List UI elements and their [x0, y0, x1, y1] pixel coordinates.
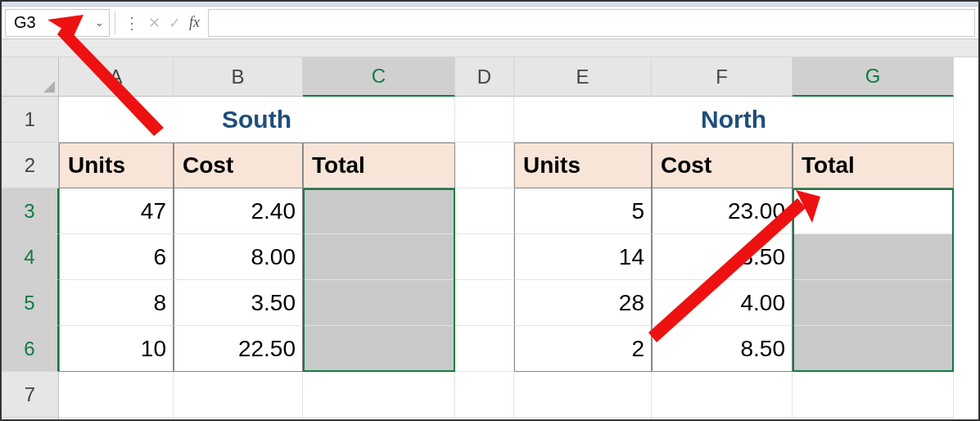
cell-C8[interactable] — [303, 418, 455, 421]
chevron-down-icon[interactable]: ⌄ — [95, 16, 104, 29]
row-header-1[interactable]: 1 — [2, 97, 59, 143]
cell-E6[interactable]: 2 — [514, 326, 652, 372]
worksheet-grid[interactable]: A B C D E F G 1 South North 2 Units Cost… — [2, 57, 978, 421]
enter-icon[interactable]: ✓ — [169, 14, 181, 32]
col-header-C[interactable]: C — [303, 57, 455, 97]
cell-D8[interactable] — [455, 418, 514, 421]
cell-A3[interactable]: 47 — [59, 188, 174, 234]
cell-B6[interactable]: 22.50 — [174, 326, 303, 372]
fx-icon[interactable]: fx — [189, 14, 200, 31]
cell-B5[interactable]: 3.50 — [174, 280, 303, 326]
cell-G5[interactable] — [793, 280, 954, 326]
cell-C7[interactable] — [303, 372, 455, 418]
cell-D3[interactable] — [455, 188, 514, 234]
ribbon-collapse-gap — [2, 39, 978, 57]
cell-C4[interactable] — [303, 234, 455, 280]
cell-E3[interactable]: 5 — [514, 188, 652, 234]
row-header-6[interactable]: 6 — [2, 326, 59, 372]
cell-A8[interactable] — [59, 418, 174, 421]
cell-G2[interactable]: Total — [793, 143, 954, 188]
row-header-7[interactable]: 7 — [2, 372, 59, 418]
more-icon[interactable]: ⋮ — [124, 15, 140, 31]
cell-F8[interactable] — [652, 418, 793, 421]
cell-G3[interactable] — [793, 188, 954, 234]
col-header-G[interactable]: G — [793, 57, 954, 97]
cell-C2[interactable]: Total — [303, 143, 455, 188]
cell-G4[interactable] — [793, 234, 954, 280]
row-header-2[interactable]: 2 — [2, 143, 59, 188]
row-header-3[interactable]: 3 — [2, 188, 59, 234]
cell-A2[interactable]: Units — [59, 143, 174, 188]
cell-F4[interactable]: 3.50 — [652, 234, 793, 280]
col-header-F[interactable]: F — [652, 57, 793, 97]
cell-A7[interactable] — [59, 372, 174, 418]
cell-D5[interactable] — [455, 280, 514, 326]
cell-D2[interactable] — [455, 143, 514, 188]
cell-E8[interactable] — [514, 418, 652, 421]
cancel-icon[interactable]: ✕ — [148, 14, 160, 32]
cell-F3[interactable]: 23.00 — [652, 188, 793, 234]
cell-C3[interactable] — [303, 188, 455, 234]
row-header-8[interactable] — [2, 418, 59, 421]
cell-G6[interactable] — [793, 326, 954, 372]
cell-C5[interactable] — [303, 280, 455, 326]
cell-B3[interactable]: 2.40 — [174, 188, 303, 234]
cell-A6[interactable]: 10 — [59, 326, 174, 372]
cell-B2[interactable]: Cost — [174, 143, 303, 188]
name-box[interactable]: G3 ⌄ — [5, 9, 110, 37]
separator — [115, 11, 115, 34]
col-header-A[interactable]: A — [59, 57, 174, 97]
cell-D1[interactable] — [455, 97, 514, 143]
select-all-corner[interactable] — [2, 57, 59, 97]
cell-A1-merged-title-south[interactable]: South — [59, 97, 455, 143]
cell-F6[interactable]: 8.50 — [652, 326, 793, 372]
cell-E2[interactable]: Units — [514, 143, 652, 188]
row-header-5[interactable]: 5 — [2, 280, 59, 326]
cell-D7[interactable] — [455, 372, 514, 418]
name-box-value: G3 — [14, 13, 36, 32]
cell-A5[interactable]: 8 — [59, 280, 174, 326]
cell-B7[interactable] — [174, 372, 303, 418]
col-header-B[interactable]: B — [174, 57, 303, 97]
formula-bar-buttons: ⋮ ✕ ✓ fx — [120, 14, 203, 32]
cell-G8[interactable] — [793, 418, 954, 421]
cell-D6[interactable] — [455, 326, 514, 372]
cell-E4[interactable]: 14 — [514, 234, 652, 280]
cell-B8[interactable] — [174, 418, 303, 421]
cell-D4[interactable] — [455, 234, 514, 280]
cell-G7[interactable] — [793, 372, 954, 418]
formula-input[interactable] — [208, 9, 975, 37]
cell-E7[interactable] — [514, 372, 652, 418]
row-header-4[interactable]: 4 — [2, 234, 59, 280]
cell-F7[interactable] — [652, 372, 793, 418]
cell-C6[interactable] — [303, 326, 455, 372]
cell-B4[interactable]: 8.00 — [174, 234, 303, 280]
cell-F2[interactable]: Cost — [652, 143, 793, 188]
cell-E5[interactable]: 28 — [514, 280, 652, 326]
col-header-E[interactable]: E — [514, 57, 652, 97]
col-header-D[interactable]: D — [455, 57, 514, 97]
formula-bar: G3 ⌄ ⋮ ✕ ✓ fx — [2, 7, 978, 39]
cell-F5[interactable]: 4.00 — [652, 280, 793, 326]
cell-A4[interactable]: 6 — [59, 234, 174, 280]
cell-E1-merged-title-north[interactable]: North — [514, 97, 954, 143]
